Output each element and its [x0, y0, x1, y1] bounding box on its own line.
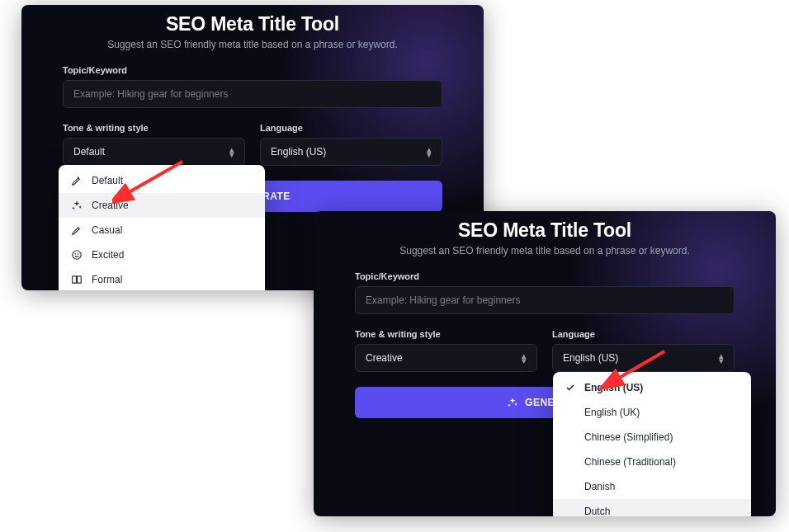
svg-line-8 — [615, 351, 664, 380]
lang-option-da[interactable]: Danish — [553, 474, 751, 499]
topic-input[interactable] — [355, 286, 735, 314]
tone-option-formal[interactable]: Formal — [59, 267, 265, 290]
sparkle-icon — [70, 199, 83, 212]
lang-option-label: Danish — [584, 481, 615, 492]
panel-language-open: SEO Meta Title Tool Suggest an SEO frien… — [314, 211, 776, 516]
tone-select[interactable]: Creative — [355, 344, 537, 372]
topic-input[interactable] — [63, 80, 442, 108]
svg-line-7 — [125, 162, 182, 195]
lang-option-en-uk[interactable]: English (UK) — [553, 400, 751, 425]
topic-label: Topic/Keyword — [355, 271, 735, 281]
svg-point-2 — [78, 254, 78, 255]
chevron-updown-icon — [719, 352, 724, 364]
page-subtitle: Suggest an SEO friendly meta title based… — [63, 39, 442, 50]
spacer — [565, 431, 576, 443]
smile-icon — [70, 248, 83, 261]
tone-label: Tone & writing style — [355, 329, 537, 339]
svg-point-0 — [73, 251, 82, 260]
spacer — [565, 506, 576, 516]
page-subtitle: Suggest an SEO friendly meta title based… — [355, 245, 735, 257]
tone-option-label: Excited — [92, 249, 124, 261]
language-label: Language — [552, 329, 735, 339]
language-label: Language — [260, 123, 442, 133]
lang-option-zh-tw[interactable]: Chinese (Traditional) — [553, 450, 751, 474]
spacer — [565, 456, 576, 468]
tone-label: Tone & writing style — [63, 123, 245, 133]
topic-label: Topic/Keyword — [63, 65, 442, 75]
page-title: SEO Meta Title Tool — [355, 219, 735, 242]
language-select[interactable]: English (US) — [260, 138, 442, 166]
chevron-updown-icon — [229, 146, 234, 158]
lang-option-label: Dutch — [584, 506, 610, 516]
chevron-updown-icon — [522, 352, 527, 364]
lang-option-label: English (UK) — [584, 407, 640, 418]
tone-option-label: Casual — [92, 224, 122, 236]
check-icon — [565, 382, 576, 393]
tone-option-label: Formal — [92, 274, 122, 285]
book-icon — [70, 273, 83, 286]
annotation-arrow — [594, 347, 677, 397]
pen-icon — [70, 224, 83, 237]
lang-option-nl[interactable]: Dutch — [553, 499, 751, 516]
spacer — [565, 407, 576, 418]
tone-option-casual[interactable]: Casual — [59, 218, 265, 242]
pencil-icon — [70, 174, 83, 187]
tone-value: Default — [73, 146, 105, 158]
annotation-arrow — [112, 158, 195, 207]
spacer — [565, 481, 576, 492]
tone-option-excited[interactable]: Excited — [59, 242, 265, 267]
chevron-updown-icon — [427, 146, 432, 158]
tone-value: Creative — [366, 352, 403, 364]
sparkle-icon — [507, 397, 518, 408]
language-value: English (US) — [271, 146, 326, 158]
svg-point-1 — [75, 254, 76, 255]
lang-option-label: Chinese (Traditional) — [584, 456, 676, 468]
page-title: SEO Meta Title Tool — [63, 13, 442, 35]
lang-option-zh-cn[interactable]: Chinese (Simplified) — [553, 425, 751, 450]
lang-option-label: Chinese (Simplified) — [584, 431, 673, 443]
